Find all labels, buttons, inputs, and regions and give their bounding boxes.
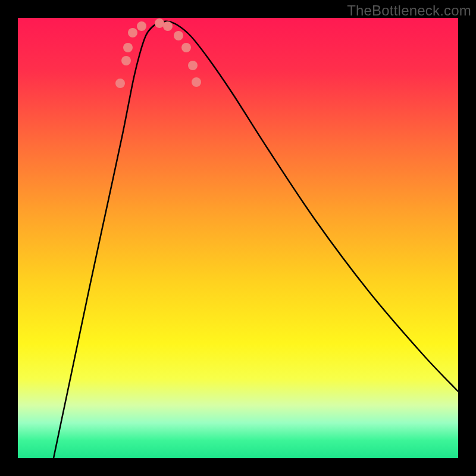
data-marker [163, 21, 173, 31]
data-marker [174, 31, 183, 40]
chart-frame: TheBottleneck.com [0, 0, 476, 476]
data-marker [181, 43, 191, 52]
data-marker [155, 18, 164, 28]
data-marker [188, 61, 198, 70]
watermark-text: TheBottleneck.com [347, 2, 471, 19]
chart-svg [18, 18, 458, 458]
data-marker [115, 79, 125, 88]
data-marker [121, 56, 131, 65]
data-marker [123, 43, 133, 52]
background-gradient [18, 18, 458, 458]
data-marker [128, 28, 137, 37]
data-marker [137, 21, 146, 31]
data-marker [192, 77, 201, 87]
plot-area [18, 18, 458, 458]
